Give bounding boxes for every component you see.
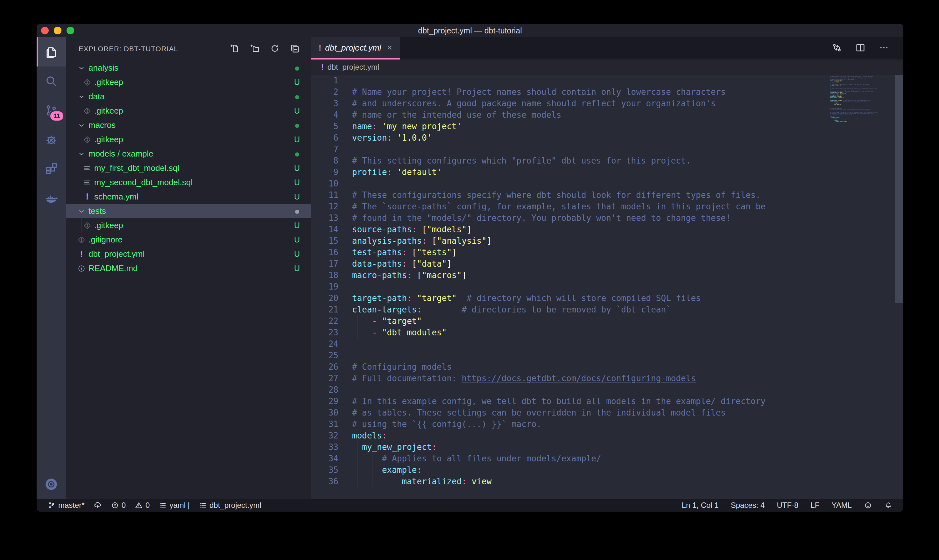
- code-line-18[interactable]: 18macro-paths: ["macros"]: [311, 269, 904, 281]
- code-line-25[interactable]: 25: [311, 350, 904, 361]
- code-line-21[interactable]: 21clean-targets: # directories to be rem…: [311, 304, 904, 315]
- tree-folder-data[interactable]: data: [66, 89, 311, 104]
- list-icon: [199, 501, 207, 509]
- code-line-14[interactable]: 14source-paths: ["models"]: [311, 224, 904, 235]
- close-window-button[interactable]: [41, 27, 49, 34]
- open-changes-button[interactable]: [831, 42, 842, 54]
- code-editor[interactable]: 12# Name your project! Project names sho…: [311, 75, 904, 499]
- close-tab-icon[interactable]: ×: [387, 43, 392, 53]
- code-line-29[interactable]: 29# In this example config, we tell dbt …: [311, 395, 904, 407]
- status-git-branch[interactable]: master*: [48, 501, 85, 510]
- status-active-file-label: dbt_project.yml: [209, 501, 261, 510]
- line-content: profile: 'default': [352, 166, 442, 178]
- new-file-button[interactable]: [230, 44, 240, 55]
- status-problems-errors[interactable]: 0: [111, 501, 126, 510]
- code-line-30[interactable]: 30# as tables. These settings can be ove…: [311, 407, 904, 418]
- activity-item-debug[interactable]: [37, 125, 66, 154]
- activity-item-source-control[interactable]: 11: [37, 96, 66, 125]
- status-encoding-label: UTF-8: [777, 501, 798, 510]
- status-cursor-position[interactable]: Ln 1, Col 1: [682, 501, 719, 510]
- status-yaml-extension[interactable]: yaml |: [159, 501, 190, 510]
- tree-folder-macros[interactable]: macros: [66, 118, 311, 132]
- code-line-22[interactable]: 22 - "target": [311, 315, 904, 327]
- new-folder-button[interactable]: [250, 44, 260, 55]
- activity-item-settings[interactable]: [37, 470, 66, 499]
- code-line-2[interactable]: 2# Name your project! Project names shou…: [311, 86, 904, 98]
- status-indentation[interactable]: Spaces: 4: [731, 501, 765, 510]
- code-line-11[interactable]: 11# These configurations specify where d…: [311, 189, 904, 201]
- tree-item-my-first-dbt-model-sql[interactable]: my_first_dbt_model.sqlU: [66, 161, 311, 175]
- status-active-file[interactable]: dbt_project.yml: [199, 501, 261, 510]
- tab-dbt-project-yml[interactable]: ! dbt_project.yml ×: [311, 37, 400, 60]
- tree-item--gitkeep[interactable]: .gitkeepU: [66, 75, 311, 89]
- line-content: models:: [352, 430, 387, 441]
- status-problems-warnings[interactable]: 0: [135, 501, 149, 510]
- refresh-button[interactable]: [270, 44, 280, 55]
- code-line-28[interactable]: 28: [311, 384, 904, 395]
- status-sync[interactable]: [94, 501, 102, 509]
- tree-folder-models-example[interactable]: models / example: [66, 147, 311, 161]
- line-number: 32: [311, 430, 339, 441]
- tree-item-schema-yml[interactable]: !schema.ymlU: [66, 190, 311, 204]
- error-icon: [111, 501, 119, 509]
- collapse-all-button[interactable]: [290, 44, 300, 55]
- tree-item--gitkeep[interactable]: .gitkeepU: [66, 104, 311, 118]
- activity-item-explorer[interactable]: [37, 37, 66, 66]
- code-line-7[interactable]: 7: [311, 143, 904, 155]
- status-feedback[interactable]: [864, 501, 872, 509]
- code-line-13[interactable]: 13# found in the "models/" directory. Yo…: [311, 212, 904, 224]
- more-actions-button[interactable]: [879, 42, 889, 54]
- tree-folder-analysis[interactable]: analysis: [66, 61, 311, 75]
- code-line-5[interactable]: 5name: 'my_new_project': [311, 121, 904, 132]
- line-content: version: '1.0.0': [352, 132, 432, 143]
- line-number: 16: [311, 246, 339, 258]
- minimap[interactable]: # Name your project! Project names shoul…: [826, 75, 894, 499]
- code-line-12[interactable]: 12# The `source-paths` config, for examp…: [311, 201, 904, 212]
- code-line-27[interactable]: 27# Full documentation: https://docs.get…: [311, 372, 904, 384]
- code-line-8[interactable]: 8# This setting configures which "profil…: [311, 155, 904, 166]
- code-line-31[interactable]: 31# using the `{{ config(...) }}` macro.: [311, 418, 904, 430]
- tree-item--gitkeep[interactable]: .gitkeepU: [66, 132, 311, 147]
- code-line-17[interactable]: 17data-paths: ["data"]: [311, 258, 904, 269]
- explorer-title: EXPLORER: DBT-TUTORIAL: [79, 45, 230, 53]
- code-line-3[interactable]: 3# and underscores. A good package name …: [311, 98, 904, 109]
- status-eol[interactable]: LF: [810, 501, 819, 510]
- status-language-mode[interactable]: YAML: [831, 501, 852, 510]
- code-line-4[interactable]: 4# name or the intended use of these mod…: [311, 109, 904, 121]
- code-line-6[interactable]: 6version: '1.0.0': [311, 132, 904, 143]
- minimize-window-button[interactable]: [54, 27, 62, 34]
- activity-item-docker[interactable]: [37, 184, 66, 213]
- tree-item--gitkeep[interactable]: .gitkeepU: [66, 218, 311, 232]
- code-line-9[interactable]: 9profile: 'default': [311, 166, 904, 178]
- code-line-15[interactable]: 15analysis-paths: ["analysis"]: [311, 235, 904, 246]
- code-line-20[interactable]: 20target-path: "target" # directory whic…: [311, 292, 904, 304]
- tree-item-readme-md[interactable]: README.mdU: [66, 261, 311, 275]
- tree-item--gitignore[interactable]: .gitignoreU: [66, 232, 311, 247]
- chevron-down-icon: [77, 151, 86, 157]
- code-line-16[interactable]: 16test-paths: ["tests"]: [311, 246, 904, 258]
- code-line-32[interactable]: 32models:: [311, 430, 904, 441]
- line-number: 17: [311, 258, 339, 269]
- code-line-10[interactable]: 10: [311, 178, 904, 189]
- status-encoding[interactable]: UTF-8: [777, 501, 798, 510]
- split-editor-button[interactable]: [855, 42, 866, 54]
- breadcrumb-item-filename[interactable]: dbt_project.yml: [328, 63, 379, 72]
- status-notifications[interactable]: [884, 501, 893, 509]
- code-line-26[interactable]: 26# Configuring models: [311, 361, 904, 372]
- code-line-23[interactable]: 23 - "dbt_modules": [311, 327, 904, 338]
- status-cursor-position-label: Ln 1, Col 1: [682, 501, 719, 510]
- code-line-35[interactable]: 35 example:: [311, 464, 904, 476]
- editor-scrollbar[interactable]: [895, 75, 904, 303]
- tree-item-my-second-dbt-model-sql[interactable]: my_second_dbt_model.sqlU: [66, 175, 311, 190]
- code-line-1[interactable]: 1: [311, 75, 904, 86]
- activity-item-extensions[interactable]: [37, 154, 66, 184]
- zoom-window-button[interactable]: [66, 27, 74, 34]
- code-line-36[interactable]: 36 materialized: view: [311, 476, 904, 487]
- tree-item-dbt-project-yml[interactable]: !dbt_project.ymlU: [66, 247, 311, 261]
- code-line-33[interactable]: 33 my_new_project:: [311, 441, 904, 453]
- activity-item-search[interactable]: [37, 66, 66, 96]
- code-line-19[interactable]: 19: [311, 281, 904, 292]
- code-line-24[interactable]: 24: [311, 338, 904, 350]
- tree-folder-tests[interactable]: tests: [66, 204, 311, 218]
- code-line-34[interactable]: 34 # Applies to all files under models/e…: [311, 453, 904, 464]
